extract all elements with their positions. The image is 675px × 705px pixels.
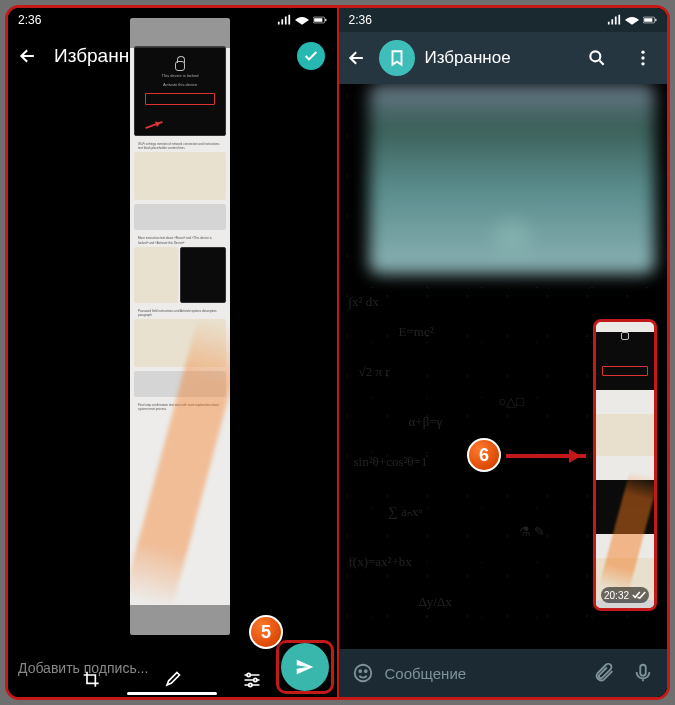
- svg-rect-1: [314, 18, 322, 22]
- more-icon[interactable]: [625, 48, 661, 68]
- attach-icon[interactable]: [589, 657, 621, 689]
- message-input[interactable]: Сообщение: [385, 665, 584, 682]
- right-header: Избранное: [339, 32, 668, 84]
- confirm-toggle[interactable]: [297, 42, 325, 70]
- message-time: 20:32: [601, 587, 649, 603]
- callout-6: 6: [467, 438, 501, 472]
- svg-point-12: [641, 62, 644, 65]
- mic-icon[interactable]: [627, 657, 659, 689]
- saved-messages-avatar[interactable]: [379, 40, 415, 76]
- crop-icon[interactable]: [72, 660, 112, 697]
- back-button[interactable]: [16, 44, 40, 68]
- svg-point-5: [249, 683, 252, 686]
- message-input-bar: Сообщение: [339, 649, 668, 697]
- svg-rect-16: [640, 665, 646, 676]
- long-screenshot-preview[interactable]: This device is locked Activate this devi…: [130, 18, 230, 635]
- status-time: 2:36: [18, 13, 41, 27]
- svg-point-15: [364, 670, 366, 672]
- back-button[interactable]: [345, 46, 369, 70]
- status-bar-right: 2:36: [339, 8, 668, 32]
- svg-point-13: [354, 665, 371, 682]
- callout-6-arrow: [506, 454, 586, 458]
- send-button[interactable]: [281, 643, 329, 691]
- tune-icon[interactable]: [232, 660, 272, 697]
- callout-5: 5: [249, 615, 283, 649]
- blurred-message: [369, 84, 656, 274]
- svg-rect-2: [325, 19, 326, 21]
- chat-body[interactable]: ∫x² dx E=mc² √2 π r α+β=γ sin²θ+cos²θ=1 …: [339, 84, 668, 649]
- svg-point-10: [641, 51, 644, 54]
- svg-point-9: [590, 51, 600, 61]
- search-icon[interactable]: [579, 48, 615, 68]
- status-icons: [277, 14, 327, 26]
- chat-title[interactable]: Избранное: [425, 48, 570, 68]
- lock-title: This device is locked: [135, 73, 225, 78]
- emoji-icon[interactable]: [347, 657, 379, 689]
- svg-point-14: [359, 670, 361, 672]
- svg-point-4: [254, 678, 257, 681]
- svg-point-11: [641, 56, 644, 59]
- chat-screen: 2:36 Избранное ∫x² dx E=mc² √2 π: [339, 8, 668, 697]
- svg-rect-8: [655, 19, 656, 21]
- svg-rect-7: [644, 18, 652, 22]
- sent-screenshot-thumbnail[interactable]: 20:32: [593, 319, 657, 611]
- svg-point-3: [247, 673, 250, 676]
- media-send-screen: 2:36 Избранное This devic: [8, 8, 337, 697]
